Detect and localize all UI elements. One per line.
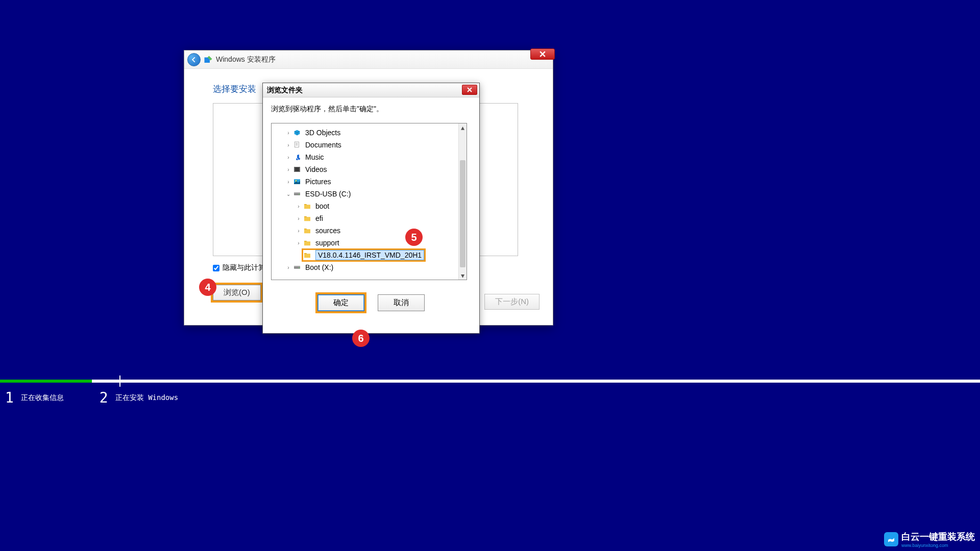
drive-icon <box>293 190 302 198</box>
cancel-button[interactable]: 取消 <box>378 294 425 311</box>
annotation-5: 5 <box>405 229 423 246</box>
install-phase-row: 1 正在收集信息 2 正在安装 Windows <box>5 391 178 405</box>
tree-item-label: support <box>315 239 339 247</box>
chevron-right-icon[interactable]: › <box>285 155 292 160</box>
chevron-down-icon[interactable]: ⌄ <box>285 191 292 197</box>
pictures-icon <box>293 178 302 186</box>
watermark-main: 白云一键重装系统 <box>901 531 975 543</box>
folder-icon <box>303 251 312 259</box>
ok-button[interactable]: 确定 <box>317 294 364 311</box>
tree-item[interactable]: ›Boot (X:) <box>272 261 467 273</box>
svg-rect-3 <box>294 167 295 171</box>
tree-item-label: efi <box>315 214 323 222</box>
tree-item[interactable]: ›boot <box>272 200 467 212</box>
scroll-thumb[interactable] <box>460 160 465 267</box>
scroll-up-button[interactable]: ▴ <box>459 123 467 132</box>
chevron-right-icon[interactable]: › <box>285 167 292 172</box>
folder-tree[interactable]: ›3D Objects›Documents›Music›Videos›Pictu… <box>271 123 467 280</box>
browse-titlebar: 浏览文件夹 <box>263 83 479 97</box>
tree-item-label: 3D Objects <box>305 129 340 137</box>
tree-item-label: V18.0.4.1146_IRST_VMD_20H1 <box>315 250 424 260</box>
browse-buttons: 确定 取消 <box>271 294 471 311</box>
folder-tree-scrollbar[interactable]: ▴ ▾ <box>458 123 467 280</box>
chevron-right-icon[interactable]: › <box>295 204 302 209</box>
hide-drivers-checkbox[interactable] <box>213 265 219 271</box>
watermark-sub: www.baiyunxitong.com <box>901 543 975 548</box>
svg-point-9 <box>299 194 299 194</box>
watermark-icon <box>884 532 898 546</box>
installer-icon <box>204 55 213 64</box>
hide-drivers-label: 隐藏与此计算 <box>223 263 265 272</box>
folder-icon <box>303 239 312 247</box>
phase-1: 1 正在收集信息 <box>5 391 64 405</box>
setup-titlebar: Windows 安装程序 <box>184 51 553 69</box>
svg-rect-8 <box>294 192 300 193</box>
svg-point-12 <box>299 267 299 268</box>
install-progress-tick <box>119 375 120 387</box>
chevron-right-icon[interactable]: › <box>295 216 302 221</box>
videos-icon <box>293 165 302 173</box>
chevron-right-icon[interactable]: › <box>295 228 302 234</box>
tree-item[interactable]: ›Music <box>272 151 467 163</box>
svg-rect-1 <box>295 142 299 147</box>
install-progress-bar <box>0 380 980 383</box>
browse-instruction: 浏览到驱动程序，然后单击"确定"。 <box>271 105 471 114</box>
music-icon <box>293 153 302 161</box>
folder-icon <box>303 214 312 222</box>
tree-item[interactable]: ›3D Objects <box>272 127 467 139</box>
setup-close-button[interactable] <box>530 48 555 60</box>
svg-rect-11 <box>294 266 300 267</box>
tree-item[interactable]: ›Videos <box>272 163 467 176</box>
chevron-right-icon[interactable]: › <box>285 142 292 148</box>
annotation-6: 6 <box>352 330 370 347</box>
phase-2: 2 正在安装 Windows <box>100 391 178 405</box>
tree-item-label: sources <box>315 227 340 235</box>
3d-objects-icon <box>293 129 302 137</box>
back-button[interactable] <box>187 53 201 66</box>
selected-folder-highlight: V18.0.4.1146_IRST_VMD_20H1 <box>303 250 424 260</box>
tree-item[interactable]: ›sources <box>272 224 467 237</box>
tree-item-label: Boot (X:) <box>305 263 333 271</box>
browse-title: 浏览文件夹 <box>267 86 303 95</box>
tree-item-label: Pictures <box>305 178 331 186</box>
folder-icon <box>303 202 312 210</box>
documents-icon <box>293 141 302 149</box>
chevron-right-icon[interactable]: › <box>285 130 292 136</box>
tree-item[interactable]: V18.0.4.1146_IRST_VMD_20H1 <box>272 249 467 261</box>
tree-item[interactable]: ⌄ESD-USB (C:) <box>272 188 467 200</box>
next-button-wrap: 下一步(N) <box>484 294 540 310</box>
next-button[interactable]: 下一步(N) <box>484 294 540 310</box>
close-icon <box>467 87 472 92</box>
folder-icon <box>303 227 312 235</box>
phase-1-number: 1 <box>5 391 14 405</box>
folder-tree-list: ›3D Objects›Documents›Music›Videos›Pictu… <box>272 123 467 277</box>
tree-item[interactable]: ›support <box>272 237 467 249</box>
watermark: 白云一键重装系统 www.baiyunxitong.com <box>884 531 975 548</box>
chevron-right-icon[interactable]: › <box>295 240 302 246</box>
browse-button[interactable]: 浏览(O) <box>213 285 261 300</box>
install-progress-fill <box>0 380 92 383</box>
tree-item[interactable]: ›Pictures <box>272 176 467 188</box>
setup-title: Windows 安装程序 <box>216 55 276 64</box>
tree-item-label: Music <box>305 153 324 161</box>
svg-rect-4 <box>299 167 300 171</box>
phase-2-number: 2 <box>100 391 108 405</box>
browse-folder-dialog: 浏览文件夹 浏览到驱动程序，然后单击"确定"。 ›3D Objects›Docu… <box>262 83 480 334</box>
close-icon <box>540 51 546 57</box>
tree-item-label: Videos <box>305 165 327 173</box>
browse-close-button[interactable] <box>462 85 477 95</box>
tree-item-label: boot <box>315 202 329 210</box>
phase-1-text: 正在收集信息 <box>21 393 64 403</box>
annotation-4: 4 <box>199 279 216 296</box>
tree-item[interactable]: ›Documents <box>272 139 467 151</box>
chevron-right-icon[interactable]: › <box>285 265 292 270</box>
chevron-right-icon[interactable]: › <box>285 179 292 185</box>
tree-item-label: ESD-USB (C:) <box>305 190 351 198</box>
browse-button-highlight: 浏览(O) <box>213 285 261 300</box>
scroll-down-button[interactable]: ▾ <box>459 271 467 280</box>
arrow-left-icon <box>190 56 198 63</box>
tree-item-label: Documents <box>305 141 341 149</box>
drive-icon <box>293 263 302 271</box>
tree-item[interactable]: ›efi <box>272 212 467 224</box>
browse-body: 浏览到驱动程序，然后单击"确定"。 ›3D Objects›Documents›… <box>263 97 479 318</box>
